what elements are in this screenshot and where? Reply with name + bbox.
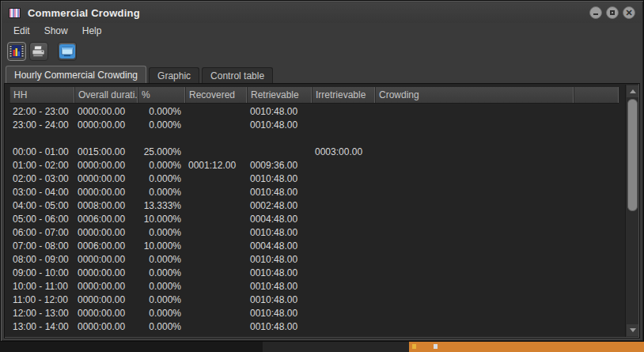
cell-hh: 04:00 - 05:00 [9,200,74,211]
cell-percent: 0.000% [138,173,185,184]
cell-hh: 14:00 - 15:00 [9,335,74,337]
cell-recovered: 0001:12.00 [185,160,247,171]
cell-retrievable: 0010:48.00 [247,254,312,265]
tabbar: Hourly Commercial Crowding Graphic Contr… [6,66,638,83]
cell-percent: 0.000% [138,308,185,319]
table-row[interactable] [9,131,621,145]
scroll-down-button[interactable] [627,324,638,336]
cell-hh: 06:00 - 07:00 [9,227,74,238]
arrow-up-icon [630,89,636,93]
window-view-button[interactable] [58,42,77,61]
column-header-irretrievable[interactable]: Irretrievable [312,87,375,103]
cell-hh: 02:00 - 03:00 [9,173,74,184]
table-row[interactable]: 00:00 - 01:00 0015:00.00 25.000% 0003:00… [9,145,621,158]
hourly-crowding-view-button[interactable] [7,42,26,61]
commercial-crowding-window: Commercial Crowding Edit Show Help [0,0,644,342]
toolbar [2,39,642,64]
close-button[interactable] [623,6,635,19]
titlebar[interactable]: Commercial Crowding [2,2,642,23]
minimize-button[interactable] [589,6,602,19]
cell-retrievable: 0010:48.00 [247,106,312,117]
cell-overall-duration: 0000:00.00 [74,281,138,292]
table-row[interactable]: 14:00 - 15:00 0000:00.00 0.000% 0010:48.… [9,333,621,336]
table-row[interactable]: 02:00 - 03:00 0000:00.00 0.000% 0010:48.… [9,172,621,185]
table-row[interactable]: 05:00 - 06:00 0006:00.00 10.000% 0004:48… [9,212,621,225]
scrollbar-thumb[interactable] [627,99,638,211]
crowding-chart-icon [9,45,24,58]
table-row[interactable]: 09:00 - 10:00 0000:00.00 0.000% 0010:48.… [9,266,621,279]
table-row[interactable]: 03:00 - 04:00 0000:00.00 0.000% 0010:48.… [9,185,621,199]
cell-hh: 11:00 - 12:00 [9,294,74,305]
table-row[interactable]: 07:00 - 08:00 0006:00.00 10.000% 0004:48… [9,239,621,252]
tab-control-table[interactable]: Control table [202,67,273,83]
window-view-icon [59,44,75,59]
table-row[interactable]: 01:00 - 02:00 0000:00.00 0.000% 0001:12.… [9,158,621,172]
cell-overall-duration: 0015:00.00 [74,146,138,157]
vertical-scrollbar[interactable] [625,85,638,337]
cell-percent: 0.000% [138,254,185,265]
print-button[interactable] [29,42,48,61]
column-header-percent[interactable]: % [138,87,185,103]
window-controls [589,6,635,19]
hourly-table-panel: HH Overall durati... % Recovered Retriev… [4,83,640,339]
cell-retrievable: 0010:48.00 [247,294,312,305]
cell-retrievable: 0010:48.00 [247,187,312,198]
background-window-strip-orange [409,342,644,352]
desktop: Commercial Crowding Edit Show Help [0,0,644,352]
cell-retrievable: 0009:36.00 [247,160,312,171]
cell-retrievable: 0004:48.00 [247,240,312,252]
cell-overall-duration: 0000:00.00 [74,119,138,131]
cell-hh: 13:00 - 14:00 [9,321,74,332]
table-row[interactable]: 12:00 - 13:00 0000:00.00 0.000% 0010:48.… [9,306,621,320]
cell-percent: 0.000% [138,294,185,305]
column-header-overall-duration[interactable]: Overall durati... [74,87,138,103]
table-row[interactable]: 06:00 - 07:00 0000:00.00 0.000% 0010:48.… [9,225,621,239]
cell-overall-duration: 0000:00.00 [74,227,138,238]
arrow-down-icon [630,328,636,332]
cell-hh: 23:00 - 24:00 [9,119,74,131]
column-header-crowding[interactable]: Crowding [375,87,574,103]
cell-retrievable: 0010:48.00 [247,173,312,184]
table-row[interactable]: 08:00 - 09:00 0000:00.00 0.000% 0010:48.… [9,252,621,266]
cell-hh: 08:00 - 09:00 [9,254,74,265]
scroll-up-button[interactable] [627,85,638,97]
cell-percent: 0.000% [138,119,185,131]
cell-percent: 0.000% [138,187,185,198]
column-header-empty[interactable] [574,87,619,103]
table-row[interactable]: 22:00 - 23:00 0000:00.00 0.000% 0010:48.… [9,104,621,118]
cell-retrievable: 0010:48.00 [247,281,312,292]
column-header-retrievable[interactable]: Retrievable [247,87,312,103]
table-row[interactable]: 04:00 - 05:00 0008:00.00 13.333% 0002:48… [9,199,621,212]
cell-retrievable: 0010:48.00 [247,267,312,278]
maximize-button[interactable] [606,6,619,19]
menu-show[interactable]: Show [38,24,74,38]
cell-hh: 22:00 - 23:00 [9,106,74,117]
menu-edit[interactable]: Edit [7,24,36,38]
table-row[interactable]: 11:00 - 12:00 0000:00.00 0.000% 0010:48.… [9,293,621,306]
table-row[interactable]: 13:00 - 14:00 0000:00.00 0.000% 0010:48.… [9,320,621,333]
cell-percent: 10.000% [138,240,185,252]
table-body: 22:00 - 23:00 0000:00.00 0.000% 0010:48.… [9,104,621,336]
cell-overall-duration: 0000:00.00 [74,254,138,265]
cell-overall-duration: 0000:00.00 [74,335,138,337]
table-row[interactable]: 23:00 - 24:00 0000:00.00 0.000% 0010:48.… [9,118,621,131]
cell-retrievable: 0010:48.00 [247,335,312,337]
tab-hourly-commercial-crowding[interactable]: Hourly Commercial Crowding [6,66,146,83]
cell-overall-duration: 0000:00.00 [74,321,138,332]
cell-percent: 0.000% [138,106,185,117]
cell-percent: 0.000% [138,160,185,171]
cell-percent: 0.000% [138,321,185,332]
column-header-recovered[interactable]: Recovered [185,87,247,103]
cell-overall-duration: 0006:00.00 [74,214,138,225]
menu-help[interactable]: Help [76,24,108,38]
background-window-icon [434,344,438,349]
cell-overall-duration: 0000:00.00 [74,173,138,184]
cell-overall-duration: 0000:00.00 [74,294,138,305]
cell-hh: 03:00 - 04:00 [9,187,74,198]
table-row[interactable]: 10:00 - 11:00 0000:00.00 0.000% 0010:48.… [9,279,621,293]
cell-overall-duration: 0000:00.00 [74,187,138,198]
cell-overall-duration: 0008:00.00 [74,200,138,211]
cell-retrievable: 0010:48.00 [247,119,312,131]
column-header-hh[interactable]: HH [9,87,74,103]
tab-graphic[interactable]: Graphic [149,67,199,83]
